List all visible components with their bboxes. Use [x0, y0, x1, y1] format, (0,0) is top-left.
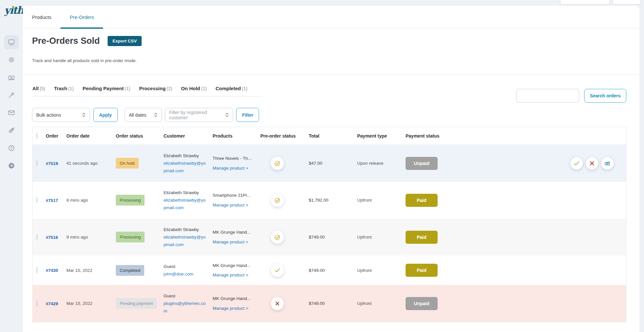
- sidebar-item-customization[interactable]: [4, 88, 19, 102]
- customer-name: Elizabeth Strawby: [164, 227, 199, 232]
- table-row: #7517 8 mins ago Processing Elizabeth St…: [33, 182, 626, 219]
- manage-product-link[interactable]: Manage product >: [213, 240, 248, 244]
- status-tab-on-hold[interactable]: On Hold(1): [181, 86, 206, 91]
- customer-email-link[interactable]: elizabethstrawby@yopmail.com: [164, 235, 206, 247]
- header-divider: [23, 75, 639, 75]
- search-orders-button[interactable]: Search orders: [584, 89, 626, 103]
- order-status-badge: Completed: [116, 265, 144, 276]
- filter-button[interactable]: Filter: [236, 108, 259, 122]
- col-customer: Customer: [164, 133, 213, 139]
- payment-status-badge[interactable]: Unpaid: [406, 297, 438, 310]
- manage-product-link[interactable]: Manage product >: [213, 273, 248, 277]
- row-checkbox[interactable]: [37, 267, 37, 273]
- col-payment-type: Payment type: [353, 133, 402, 139]
- customer-email-link[interactable]: elizabethstrawby@yopmail.com: [164, 161, 206, 173]
- col-order-date: Order date: [66, 133, 116, 139]
- browser-partial-button-left[interactable]: [560, 0, 610, 5]
- customer-name: Guest: [164, 293, 175, 298]
- chevron-updown-icon: [150, 112, 158, 118]
- main-panel: Products Pre-Orders Pre-Orders Sold Expo…: [23, 6, 639, 332]
- payment-type: Upfront: [353, 235, 402, 240]
- order-status-badge: Processing: [116, 232, 145, 242]
- status-tab-pending-payment[interactable]: Pending Payment(1): [82, 86, 130, 91]
- order-date: 41 seconds ago: [66, 161, 116, 166]
- sidebar-item-help[interactable]: [4, 141, 19, 155]
- chevron-updown-icon: [78, 112, 86, 118]
- customer-filter-select[interactable]: Filter by registered customer: [165, 108, 233, 122]
- sidebar-item-settings[interactable]: [4, 53, 19, 67]
- customer-email-link[interactable]: john@doe.com: [164, 272, 193, 276]
- row-checkbox[interactable]: [37, 300, 37, 307]
- confirm-order-button[interactable]: [570, 157, 583, 170]
- status-tab-trash[interactable]: Trash(1): [54, 86, 74, 91]
- col-preorder-status: Pre-order status: [256, 133, 305, 139]
- manage-product-link[interactable]: Manage product >: [213, 306, 248, 311]
- row-checkbox[interactable]: [37, 160, 37, 166]
- eyedropper-icon: [8, 91, 15, 99]
- payment-status-badge[interactable]: Paid: [406, 231, 438, 244]
- table-row: #7519 41 seconds ago On hold Elizabeth S…: [33, 145, 626, 182]
- order-status-badge: Processing: [116, 195, 145, 206]
- help-icon: [8, 144, 15, 152]
- payment-status-badge[interactable]: Paid: [406, 264, 438, 277]
- order-id-link[interactable]: #7430: [46, 268, 58, 273]
- table-header-row: Order Order date Order status Customer P…: [33, 127, 626, 145]
- monitor-icon: [8, 38, 15, 46]
- apply-button[interactable]: Apply: [93, 108, 118, 122]
- col-total: Total: [305, 133, 353, 139]
- sidebar-item-emails[interactable]: [4, 106, 19, 120]
- rocket-icon: [8, 126, 15, 134]
- status-tab-completed[interactable]: Completed(1): [216, 86, 248, 91]
- payment-type: Upon release: [353, 161, 402, 166]
- sidebar-item-dashboard[interactable]: [4, 35, 19, 49]
- select-all-checkbox[interactable]: [37, 133, 37, 139]
- preorder-status-cell: [256, 231, 305, 244]
- row-checkbox[interactable]: [37, 197, 37, 203]
- order-date: Mar 15, 2022: [66, 268, 116, 273]
- product-name: MK Grunge Hand...: [213, 263, 251, 268]
- order-total: $47.00: [305, 161, 353, 166]
- export-csv-button[interactable]: Export CSV: [108, 36, 142, 46]
- cancel-order-button[interactable]: [586, 157, 598, 170]
- tab-pre-orders[interactable]: Pre-Orders: [61, 6, 103, 28]
- row-checkbox[interactable]: [37, 234, 37, 240]
- order-id-link[interactable]: #7516: [46, 235, 58, 240]
- customer-name: Elizabeth Strawby: [164, 153, 199, 158]
- order-id-link[interactable]: #7517: [46, 198, 58, 203]
- yith-logo-dot: [12, 6, 14, 8]
- customer-email-link[interactable]: plugins@yithemes.com: [164, 301, 206, 313]
- bulk-actions-select[interactable]: Bulk actions: [32, 108, 90, 122]
- sidebar-item-premium[interactable]: [4, 123, 19, 138]
- product-name: MK Grunge Hand...: [213, 230, 251, 235]
- manage-product-link[interactable]: Manage product >: [213, 166, 248, 171]
- customer-name: Guest: [164, 264, 175, 269]
- charge-payment-button[interactable]: [601, 157, 614, 170]
- order-id-link[interactable]: #7519: [46, 161, 58, 166]
- order-date: 9 mins ago: [66, 235, 116, 240]
- check-icon: [573, 160, 580, 167]
- clock-check-icon: [271, 157, 284, 170]
- order-id-link[interactable]: #7429: [46, 301, 58, 306]
- order-total: $1,792.00: [305, 198, 353, 203]
- gear-icon: [8, 56, 15, 64]
- tab-products[interactable]: Products: [23, 6, 61, 28]
- col-payment-status: Payment status: [402, 133, 626, 139]
- col-products: Products: [213, 133, 256, 139]
- payment-status-badge[interactable]: Unpaid: [406, 157, 438, 170]
- sidebar-item-payments[interactable]: [4, 70, 19, 85]
- clock-check-icon: [271, 231, 284, 244]
- order-date: 8 mins ago: [66, 198, 116, 203]
- product-name: Smartphone 21Pr...: [213, 193, 251, 198]
- row-actions: [570, 157, 614, 170]
- customer-name: Elizabeth Strawby: [164, 190, 199, 195]
- sidebar-item-collapse[interactable]: [4, 158, 19, 173]
- dates-select[interactable]: All dates: [125, 108, 162, 122]
- customer-email-link[interactable]: elizabethstrawby@yopmail.com: [164, 198, 206, 210]
- payment-status-badge[interactable]: Paid: [406, 194, 438, 207]
- status-tab-all[interactable]: All(5): [32, 86, 45, 91]
- orders-table: Order Order date Order status Customer P…: [32, 127, 626, 322]
- status-tab-processing[interactable]: Processing(2): [139, 86, 172, 91]
- browser-partial-button-right[interactable]: [612, 0, 641, 5]
- manage-product-link[interactable]: Manage product >: [213, 203, 248, 207]
- search-input[interactable]: [516, 89, 579, 103]
